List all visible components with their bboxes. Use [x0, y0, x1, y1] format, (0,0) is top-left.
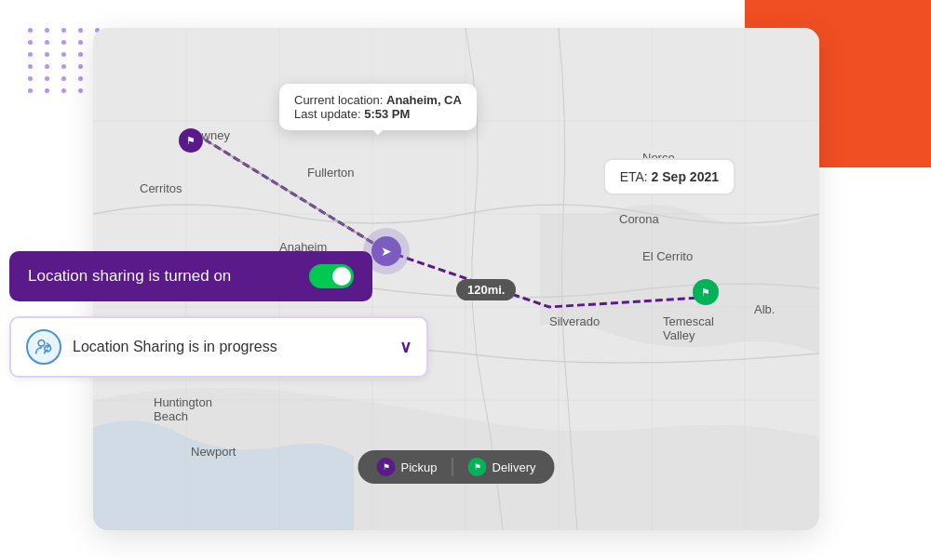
location-tooltip: Current location: Anaheim, CA Last updat… [279, 84, 477, 130]
toggle-knob [332, 267, 351, 286]
last-update-label: Last update: [294, 107, 364, 121]
location-value: Anaheim, CA [386, 93, 462, 107]
chevron-down-icon: ∨ [399, 337, 412, 357]
legend-bar: ⚑ Pickup ⚑ Delivery [358, 450, 555, 484]
svg-point-13 [38, 340, 45, 347]
eta-label-plain: ETA: [620, 169, 652, 184]
pickup-label: Pickup [401, 460, 438, 474]
location-sharing-icon [34, 338, 53, 356]
progress-label: Location Sharing is in progress [73, 339, 277, 355]
legend-divider [452, 458, 453, 476]
delivery-flag-legend-icon: ⚑ [474, 462, 481, 472]
pickup-dot: ⚑ [377, 458, 396, 476]
progress-card[interactable]: Location Sharing is in progress ∨ [9, 316, 428, 378]
toggle-switch[interactable] [309, 264, 354, 288]
delivery-dot: ⚑ [468, 458, 487, 476]
progress-icon [26, 329, 61, 365]
eta-tooltip: ETA: 2 Sep 2021 [603, 158, 735, 195]
legend-pickup: ⚑ Pickup [377, 458, 438, 476]
eta-value: 2 Sep 2021 [652, 169, 719, 184]
delivery-label: Delivery [492, 460, 536, 474]
pickup-flag-icon: ⚑ [186, 135, 196, 147]
location-label-plain: Current location: [294, 93, 386, 107]
last-update-value: 5:53 PM [364, 107, 410, 121]
distance-badge: 120mi. [456, 279, 516, 300]
pickup-pin: ⚑ [179, 128, 203, 153]
toggle-card: Location sharing is turned on [9, 251, 372, 301]
delivery-flag-icon: ⚑ [701, 287, 710, 299]
legend-delivery: ⚑ Delivery [468, 458, 536, 476]
pickup-flag-legend-icon: ⚑ [383, 462, 390, 472]
progress-card-left: Location Sharing is in progress [26, 329, 277, 365]
delivery-pin: ⚑ [693, 279, 719, 305]
arrow-icon: ➤ [381, 244, 392, 259]
toggle-label: Location sharing is turned on [28, 267, 231, 286]
